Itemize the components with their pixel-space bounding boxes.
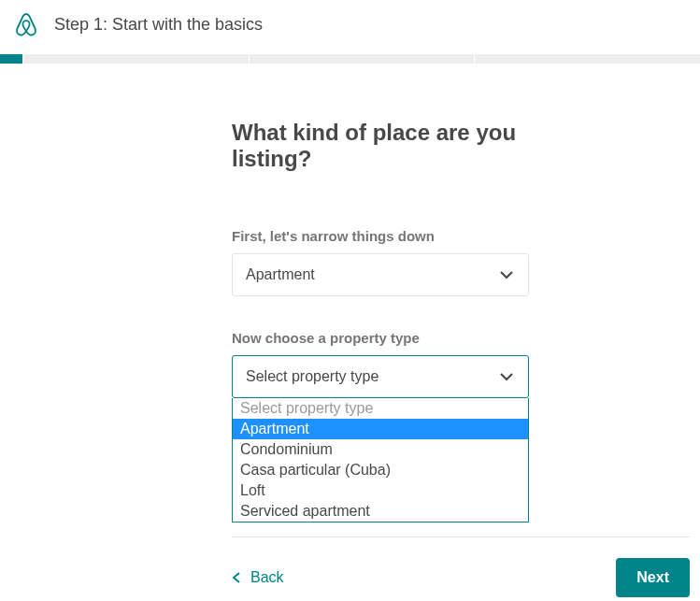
main-content: What kind of place are you listing? Firs… [0, 64, 533, 522]
footer-nav: Back Next [232, 537, 690, 597]
progress-segment [249, 54, 475, 64]
progress-segment [474, 54, 700, 64]
page-heading: What kind of place are you listing? [232, 120, 533, 172]
property-type-value: Select property type [246, 368, 379, 385]
option-placeholder[interactable]: Select property type [233, 398, 528, 419]
progress-bar [0, 54, 700, 64]
option-serviced-apartment[interactable]: Serviced apartment [233, 501, 528, 522]
chevron-down-icon [498, 368, 515, 385]
airbnb-logo-icon [15, 11, 37, 37]
place-type-label: First, let's narrow things down [232, 228, 533, 244]
place-type-value: Apartment [246, 266, 315, 283]
property-type-select[interactable]: Select property type [232, 355, 529, 398]
back-label: Back [250, 569, 284, 586]
chevron-down-icon [498, 266, 515, 283]
property-type-dropdown: Select property type Apartment Condomini… [232, 398, 529, 522]
property-type-label: Now choose a property type [232, 330, 533, 346]
chevron-left-icon [232, 571, 241, 584]
property-type-field: Now choose a property type Select proper… [232, 330, 533, 522]
progress-segment [22, 54, 249, 64]
option-loft[interactable]: Loft [233, 480, 528, 501]
option-apartment[interactable]: Apartment [233, 419, 528, 439]
step-title: Step 1: Start with the basics [54, 15, 263, 35]
place-type-select[interactable]: Apartment [232, 253, 529, 296]
next-button[interactable]: Next [616, 558, 690, 597]
option-condominium[interactable]: Condominium [233, 439, 528, 460]
option-casa-particular[interactable]: Casa particular (Cuba) [233, 460, 528, 480]
place-type-field: First, let's narrow things down Apartmen… [232, 228, 533, 296]
back-button[interactable]: Back [232, 569, 284, 586]
progress-fill [0, 54, 22, 64]
header-bar: Step 1: Start with the basics [0, 0, 700, 54]
